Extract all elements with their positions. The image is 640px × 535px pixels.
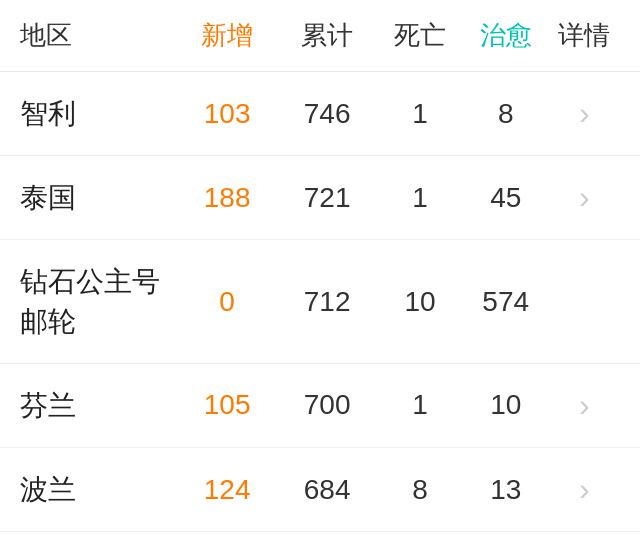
header-death: 死亡: [377, 18, 463, 53]
cell-total: 700: [277, 389, 377, 421]
cell-death: 10: [377, 286, 463, 318]
cell-region: 智利: [20, 94, 177, 133]
cell-recovered: 45: [463, 182, 549, 214]
cell-region: 波兰: [20, 470, 177, 509]
cell-new: 103: [177, 98, 277, 130]
cell-new: 105: [177, 389, 277, 421]
header-new: 新增: [177, 18, 277, 53]
detail-arrow[interactable]: ›: [549, 471, 620, 508]
cell-total: 712: [277, 286, 377, 318]
cell-death: 1: [377, 182, 463, 214]
table-row[interactable]: 智利 103 746 1 8 ›: [0, 72, 640, 156]
cell-death: 8: [377, 474, 463, 506]
cell-region: 钻石公主号邮轮: [20, 262, 177, 340]
table-row[interactable]: 泰国 188 721 1 45 ›: [0, 156, 640, 240]
cell-region: 芬兰: [20, 386, 177, 425]
table-row[interactable]: 芬兰 105 700 1 10 ›: [0, 364, 640, 448]
cell-recovered: 574: [463, 286, 549, 318]
cell-total: 746: [277, 98, 377, 130]
detail-arrow[interactable]: ›: [549, 387, 620, 424]
header-detail: 详情: [549, 18, 620, 53]
detail-arrow[interactable]: ›: [549, 95, 620, 132]
detail-arrow[interactable]: ›: [549, 179, 620, 216]
table-row: 钻石公主号邮轮 0 712 10 574: [0, 240, 640, 363]
data-table: 地区 新增 累计 死亡 治愈 详情 智利 103 746 1 8 › 泰国 18…: [0, 0, 640, 535]
cell-recovered: 13: [463, 474, 549, 506]
cell-total: 721: [277, 182, 377, 214]
header-recovered: 治愈: [463, 18, 549, 53]
cell-new: 0: [177, 286, 277, 318]
table-row[interactable]: 波兰 124 684 8 13 ›: [0, 448, 640, 532]
header-region: 地区: [20, 18, 177, 53]
cell-recovered: 8: [463, 98, 549, 130]
cell-recovered: 10: [463, 389, 549, 421]
cell-total: 684: [277, 474, 377, 506]
cell-death: 1: [377, 389, 463, 421]
cell-death: 1: [377, 98, 463, 130]
cell-new: 188: [177, 182, 277, 214]
header-total: 累计: [277, 18, 377, 53]
table-header: 地区 新增 累计 死亡 治愈 详情: [0, 0, 640, 72]
cell-new: 124: [177, 474, 277, 506]
table-body: 智利 103 746 1 8 › 泰国 188 721 1 45 › 钻石公主号…: [0, 72, 640, 535]
cell-region: 泰国: [20, 178, 177, 217]
